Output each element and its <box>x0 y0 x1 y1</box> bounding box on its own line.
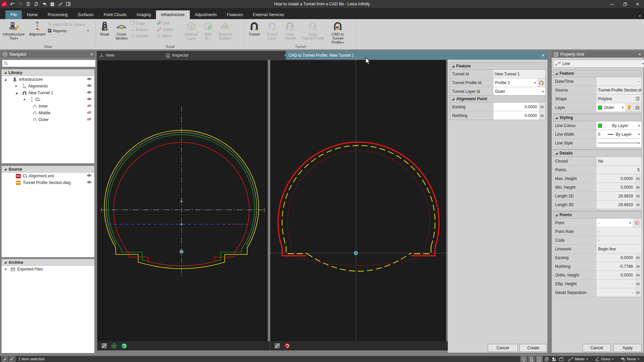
northing-input[interactable]: 0.0000 <box>493 111 539 120</box>
pg-cancel-button[interactable]: Cancel <box>583 344 611 352</box>
visibility-eye-icon[interactable] <box>87 84 92 87</box>
line-colour-select[interactable]: By Layer▾ <box>596 121 641 130</box>
visibility-eye-off-icon[interactable] <box>87 118 92 121</box>
close-button[interactable]: ✕ <box>631 0 644 8</box>
extract-button[interactable]: Extract <box>130 26 157 33</box>
navigator-search[interactable] <box>2 60 96 67</box>
tab-adjustments[interactable]: Adjustments <box>190 10 222 19</box>
expander-icon[interactable]: ◢ <box>15 92 17 95</box>
zoom-fit-icon[interactable] <box>121 343 127 349</box>
cad-profile-canvas[interactable] <box>270 60 446 342</box>
expander-icon[interactable]: ▶ <box>15 85 17 87</box>
layer-select[interactable]: Outer▾ <box>596 103 625 112</box>
point-select[interactable]: -▾ <box>596 219 633 227</box>
status-tool-icon-1[interactable] <box>1 356 8 362</box>
pg-styling-header[interactable]: ◢Styling <box>553 114 641 121</box>
tunnel-layer-button[interactable]: TunnelLayer <box>263 19 281 40</box>
source-item-dwg[interactable]: DWG Tunnel Profile Section.dwg <box>2 179 94 186</box>
reports-button[interactable]: Reports ▾ <box>48 27 94 34</box>
material-layer-button[interactable]: MaterialLayer <box>181 19 201 40</box>
expander-icon[interactable]: ▶ <box>24 98 25 101</box>
layer-visibility-bulb-icon[interactable] <box>625 103 633 112</box>
status-animation-icon[interactable] <box>558 356 565 362</box>
tab-features[interactable]: Features <box>222 10 248 19</box>
tab-home[interactable]: Home <box>22 10 43 19</box>
property-grid-close-icon[interactable]: ✕ <box>638 52 641 57</box>
visibility-eye-icon[interactable] <box>87 98 92 101</box>
tree-item-cl[interactable]: ▶ CL <box>2 96 94 103</box>
easting-input[interactable]: 0.0000 <box>493 103 539 111</box>
tree-item-inner[interactable]: Inner <box>2 103 94 110</box>
cross-section-button[interactable]: CrossSection <box>112 19 130 40</box>
visibility-eye-icon[interactable] <box>87 181 92 184</box>
tunnel-layer-id-select[interactable]: Outer▾ <box>493 87 545 96</box>
status-infrastructure-icon[interactable] <box>551 356 557 362</box>
distance-unit-select[interactable]: Meter▾ <box>568 357 588 361</box>
tree-item-new-tunnel-1[interactable]: ◢ New Tunnel 1 <box>2 89 94 96</box>
alignment-point-header[interactable]: ◢Alignment Point <box>450 96 545 103</box>
visibility-eye-off-icon[interactable] <box>87 111 92 114</box>
archive-section-header[interactable]: ◢Archive <box>2 259 94 266</box>
visibility-eye-icon[interactable] <box>87 174 92 177</box>
pg-points-header[interactable]: ◢Points <box>553 211 641 219</box>
ribbon-collapse-icon[interactable]: ▴ <box>639 14 641 17</box>
reports-dropdown-icon[interactable]: ▾ <box>87 29 89 32</box>
snap-target-icon[interactable] <box>111 343 117 349</box>
tunnel-profile-id-select[interactable]: Profile 2▾ <box>493 78 537 87</box>
status-inspector-toggle[interactable] <box>528 356 535 362</box>
status-layers-icon[interactable] <box>543 356 550 362</box>
grid-toggle-icon[interactable] <box>274 343 280 349</box>
tab-inspector[interactable]: Inspector ✕ <box>163 51 290 60</box>
tree-item-outer[interactable]: Outer <box>2 116 94 123</box>
infrastructure-tool-button[interactable]: InfrastructureTool▾ <box>1 19 27 41</box>
expander-icon[interactable]: ◢ <box>4 78 6 81</box>
cad-create-button[interactable]: Create <box>520 344 547 352</box>
search-input[interactable] <box>10 61 95 66</box>
copy-button[interactable]: Copy <box>130 20 157 26</box>
update-button[interactable]: Update <box>130 33 157 39</box>
tree-item-infrastructure[interactable]: ◢ Infrastructure <box>2 76 94 83</box>
grid-toggle-icon[interactable] <box>101 343 107 349</box>
layer-state-icon[interactable] <box>633 103 641 112</box>
material-surface-button[interactable]: MaterialSurface <box>215 19 235 40</box>
expander-icon[interactable]: ▶ <box>5 268 7 270</box>
copy-tunnel-button[interactable]: CopyTunnel <box>281 19 299 40</box>
tab-cad-to-tunnel-profile[interactable]: CAD to Tunnel Profile: New Tunnel 1 ✕ <box>286 51 547 60</box>
point-refresh-icon[interactable] <box>633 219 641 227</box>
feature-type-selector[interactable]: Line ▾ <box>553 60 644 68</box>
pg-apply-button[interactable]: Apply <box>613 344 642 352</box>
library-section-header[interactable]: ◢Library <box>2 69 94 76</box>
navigator-close-icon[interactable]: ✕ <box>90 52 93 57</box>
copy-tunnel-profile-button[interactable]: CopyTunnel Profile <box>299 19 327 40</box>
tab-external-services[interactable]: External Services <box>248 10 289 19</box>
visibility-eye-off-icon[interactable] <box>87 104 92 108</box>
cad-cancel-button[interactable]: Cancel <box>488 344 518 352</box>
source-section-header[interactable]: ◢Source <box>2 166 94 173</box>
line-style-select[interactable]: ▾ <box>596 139 641 147</box>
cad-feature-header[interactable]: ◢Feature <box>450 63 545 70</box>
tab-processing[interactable]: Processing <box>43 10 72 19</box>
tree-item-middle[interactable]: Middle <box>2 110 94 116</box>
visibility-eye-icon[interactable] <box>87 91 92 94</box>
copy-shape-icon[interactable] <box>636 97 640 101</box>
add-to-button[interactable]: Addto▾ <box>201 19 215 41</box>
status-tool-icon-2[interactable] <box>9 356 15 362</box>
tab-infrastructure[interactable]: Infrastructure <box>156 10 190 19</box>
visibility-eye-icon[interactable] <box>87 77 92 80</box>
road-button[interactable]: Road <box>97 19 112 36</box>
tab-file[interactable]: File <box>5 10 22 19</box>
cad-tab-close-icon[interactable]: ✕ <box>542 53 545 58</box>
tree-item-alignments[interactable]: ▶ Alignments <box>2 83 94 89</box>
source-item-xml[interactable]: XML CL Alignment.xml <box>2 173 94 179</box>
angle-unit-select[interactable]: Gons▾ <box>595 357 613 361</box>
pg-feature-header[interactable]: ◢Feature <box>553 70 641 77</box>
status-navigator-toggle[interactable] <box>520 356 527 362</box>
link-button[interactable]: Link <box>157 20 181 26</box>
coord-system-select[interactable]: None▾ <box>620 357 639 361</box>
tab-surfaces[interactable]: Surfaces <box>73 10 99 19</box>
pg-details-header[interactable]: ◢Details <box>553 149 641 157</box>
new-profile-button[interactable] <box>537 78 545 87</box>
zoom-fit-disabled-icon[interactable] <box>284 343 290 349</box>
restore-button[interactable] <box>619 0 631 8</box>
alignment-button[interactable]: Alignment <box>27 19 48 36</box>
